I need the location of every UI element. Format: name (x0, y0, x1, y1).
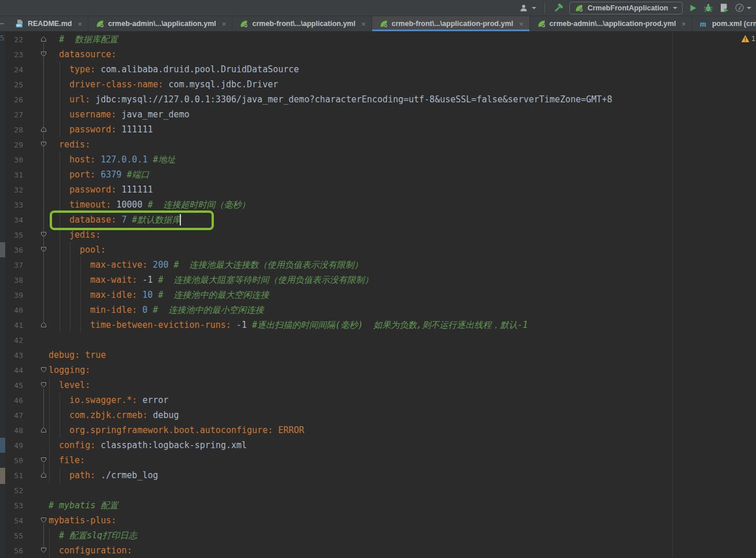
fold-marker[interactable] (23, 468, 49, 483)
code-text: file: (49, 453, 85, 468)
code-line[interactable]: 38max-wait: -1 # 连接池最大阻塞等待时间（使用负值表示没有限制） (0, 272, 756, 287)
spring-boot-icon (575, 3, 584, 13)
fold-marker[interactable] (23, 453, 49, 468)
line-number: 47 (0, 411, 23, 420)
code-line[interactable]: 45level: (0, 378, 756, 393)
code-line[interactable]: 56configuration: (0, 543, 756, 558)
fold-marker[interactable] (23, 543, 49, 558)
inspection-widget[interactable]: 1 (741, 35, 755, 43)
indent-guide (60, 62, 60, 137)
code-line[interactable]: 41time-between-eviction-runs: -1 #逐出扫描的时… (0, 317, 756, 332)
line-number: 44 (0, 366, 23, 375)
fold-marker[interactable] (23, 513, 49, 528)
code-line[interactable]: 50file: (0, 453, 756, 468)
editor-tab[interactable]: crmeb-front\...\application-prod.yml× (372, 16, 530, 31)
user-button[interactable] (519, 3, 536, 13)
code-line[interactable]: 54mybatis-plus: (0, 513, 756, 528)
line-number: 24 (0, 65, 23, 74)
tab-close-icon[interactable]: × (222, 20, 227, 28)
code-text: password: 111111 (49, 122, 153, 137)
code-line[interactable]: 53# mybatis 配置 (0, 498, 756, 513)
fold-region-line (43, 524, 44, 548)
code-line[interactable]: 26url: jdbc:mysql://127.0.0.1:3306/java_… (0, 92, 756, 107)
code-line[interactable]: 49config: classpath:logback-spring.xml (0, 438, 756, 453)
code-line[interactable]: 44logging: (0, 363, 756, 378)
run-with-coverage-button[interactable] (719, 3, 729, 13)
tab-close-icon[interactable]: × (77, 20, 82, 28)
fold-marker[interactable] (23, 317, 49, 332)
code-line[interactable]: 52 (0, 483, 756, 498)
chevron-down-icon (532, 7, 536, 9)
fold-marker[interactable] (23, 378, 49, 393)
fold-marker[interactable] (23, 227, 49, 242)
line-number: 46 (0, 396, 23, 405)
line-number: 36 (0, 246, 23, 254)
svg-text:MD: MD (17, 24, 22, 27)
chevron-down-icon (673, 7, 677, 9)
fold-marker[interactable] (23, 47, 49, 62)
editor-tab[interactable]: mpom.xml (crmeb)× (692, 16, 756, 31)
code-text: org.springframework.boot.autoconfigure: … (49, 423, 304, 438)
line-number: 34 (0, 216, 23, 224)
run-button[interactable] (688, 3, 698, 13)
code-line[interactable]: 23datasource: (0, 47, 756, 62)
fold-gutter (23, 393, 49, 408)
warning-count: 1 (751, 35, 755, 43)
annotation-highlight-box (50, 210, 214, 230)
fold-marker[interactable] (23, 363, 49, 378)
code-line[interactable]: 25driver-class-name: com.mysql.jdbc.Driv… (0, 77, 756, 92)
fold-gutter (23, 197, 49, 212)
fold-gutter (23, 257, 49, 272)
editor-tab-bar: MDREADME.md×crmeb-admin\...\application.… (0, 16, 756, 32)
code-text: com.zbjk.crmeb: debug (49, 408, 179, 423)
code-line[interactable]: 42 (0, 332, 756, 348)
toolbar-separator (544, 3, 545, 13)
fold-marker[interactable] (23, 32, 49, 47)
fold-gutter (23, 182, 49, 197)
tab-close-icon[interactable]: × (519, 20, 524, 28)
line-number: 28 (0, 125, 23, 134)
code-line[interactable]: 46io.swagger.*: error (0, 393, 756, 408)
code-line[interactable]: 37max-active: 200 # 连接池最大连接数（使用负值表示没有限制） (0, 257, 756, 272)
debug-button[interactable] (703, 3, 713, 13)
code-line[interactable]: 30host: 127.0.0.1 #地址 (0, 152, 756, 167)
run-configuration-select[interactable]: CrmebFrontApplication (569, 2, 683, 14)
fold-marker[interactable] (23, 137, 49, 152)
editor-tab[interactable]: MDREADME.md× (8, 16, 88, 31)
tab-label: README.md (28, 20, 72, 28)
line-number: 32 (0, 186, 23, 194)
editor-tab[interactable]: crmeb-admin\...\application.yml× (88, 16, 232, 31)
code-line[interactable]: 22# 数据库配置 (0, 32, 756, 47)
code-line[interactable]: 29redis: (0, 137, 756, 152)
code-line[interactable]: 39max-idle: 10 # 连接池中的最大空闲连接 (0, 287, 756, 302)
code-line[interactable]: 36pool: (0, 242, 756, 257)
code-line[interactable]: 31port: 6379 #端口 (0, 167, 756, 182)
editor-pane[interactable]: 25 22# 数据库配置23datasource:24type: com.ali… (0, 32, 756, 558)
code-line[interactable]: 40min-idle: 0 # 连接池中的最小空闲连接 (0, 302, 756, 317)
code-line[interactable]: 48org.springframework.boot.autoconfigure… (0, 423, 756, 438)
fold-marker[interactable] (23, 122, 49, 137)
chevron-down-icon (747, 7, 751, 9)
code-line[interactable]: 43debug: true (0, 348, 756, 363)
fold-marker[interactable] (23, 423, 49, 438)
tab-scroll-hint (0, 23, 4, 24)
code-line[interactable]: 32password: 111111 (0, 182, 756, 197)
code-text: mybatis-plus: (49, 513, 116, 528)
code-line[interactable]: 28password: 111111 (0, 122, 756, 137)
tab-close-icon[interactable]: × (361, 20, 366, 28)
code-line[interactable]: 47com.zbjk.crmeb: debug (0, 408, 756, 423)
profiler-button[interactable] (735, 3, 751, 13)
build-button[interactable] (553, 3, 564, 13)
editor-tab[interactable]: crmeb-front\...\application.yml× (232, 16, 372, 31)
fold-gutter (23, 77, 49, 92)
spring-file-icon (239, 19, 249, 28)
code-line[interactable]: 51path: ./crmeb_log (0, 468, 756, 483)
editor-tab[interactable]: crmeb-admin\...\application-prod.yml× (530, 16, 692, 31)
code-line[interactable]: 55# 配置slq打印日志 (0, 528, 756, 543)
tabs-container: MDREADME.md×crmeb-admin\...\application.… (8, 16, 756, 31)
code-line[interactable]: 24type: com.alibaba.druid.pool.DruidData… (0, 62, 756, 77)
tab-close-icon[interactable]: × (681, 20, 686, 28)
fold-gutter (23, 167, 49, 182)
fold-marker[interactable] (23, 242, 49, 257)
code-line[interactable]: 27username: java_mer_demo (0, 107, 756, 122)
